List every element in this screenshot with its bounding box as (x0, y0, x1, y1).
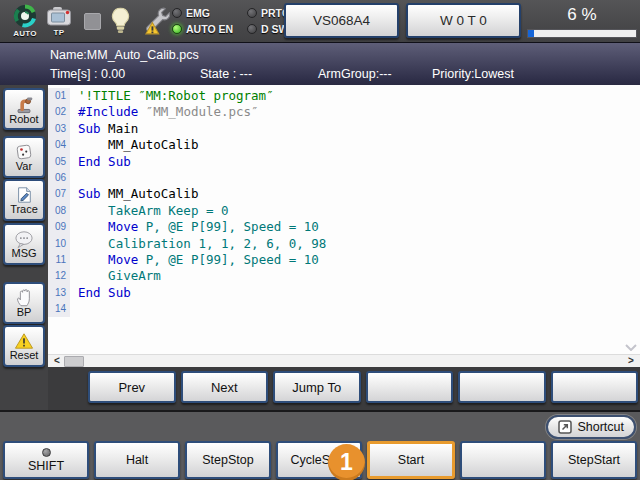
code-line-text: End Sub (70, 285, 131, 301)
nav-button-blank-5[interactable] (551, 371, 639, 403)
code-line[interactable]: 09 Move P, @E P[99], Speed = 10 (48, 219, 640, 235)
code-line[interactable]: 06 (48, 170, 640, 186)
line-number: 10 (48, 236, 70, 252)
prtct-led-icon (247, 8, 257, 18)
code-line[interactable]: 11 Move P, @E P[99], Speed = 10 (48, 252, 640, 268)
auto-en-led-icon (172, 24, 182, 34)
sidebar-item-label: Reset (10, 350, 39, 361)
emg-led-icon (172, 8, 182, 18)
nav-button-row: PrevNextJump To (88, 371, 638, 403)
shift-indicator-dot (42, 448, 51, 457)
bottom-button-label: StepStart (568, 453, 620, 467)
maintenance-warning-icon (140, 6, 170, 40)
line-number: 07 (48, 186, 70, 202)
program-code-editor[interactable]: 01'!TITLE ″MM:Robot program″02#Include ″… (48, 85, 640, 367)
code-line-text: Move P, @E P[99], Speed = 10 (70, 219, 319, 235)
program-armgroup: ArmGroup:--- (318, 67, 392, 81)
code-line[interactable]: 13End Sub (48, 285, 640, 301)
code-line[interactable]: 10 Calibration 1, 1, 2, 6, 0, 98 (48, 236, 640, 252)
bottom-button-shift[interactable]: SHIFT (3, 441, 89, 479)
nav-button-blank-3[interactable] (366, 371, 454, 403)
auto-label: AUTO (13, 29, 37, 38)
bottom-button-label: Start (398, 453, 424, 467)
emg-led-row: EMG (172, 6, 233, 19)
auto-en-led-label: AUTO EN (186, 23, 233, 35)
horizontal-scrollbar[interactable]: < > (48, 354, 640, 367)
inactive-mode-icon (84, 13, 101, 30)
code-line-text: End Sub (70, 154, 131, 170)
trace-document-icon (15, 186, 33, 204)
program-time: Time[s] : 0.00 (50, 67, 125, 81)
code-line-text: #Include ″MM_Module.pcs″ (70, 104, 259, 120)
nav-button-prev[interactable]: Prev (88, 371, 176, 403)
left-toolbar: Robot Var Trace MSG (0, 85, 48, 410)
code-line[interactable]: 08 TakeArm Keep = 0 (48, 203, 640, 219)
emg-led-label: EMG (186, 7, 210, 19)
nav-button-blank-4[interactable] (458, 371, 546, 403)
code-line[interactable]: 01'!TITLE ″MM:Robot program″ (48, 88, 640, 104)
bottom-button-halt[interactable]: Halt (94, 441, 180, 479)
robot-arm-icon (14, 94, 34, 114)
nav-button-jump-to[interactable]: Jump To (273, 371, 361, 403)
sidebar-item-label: Var (16, 161, 32, 172)
sidebar-item-bp[interactable]: BP (3, 282, 45, 324)
nav-button-next[interactable]: Next (181, 371, 269, 403)
dice-icon (15, 143, 33, 161)
editor-nav-strip: PrevNextJump To (48, 367, 640, 410)
bottom-button-stepstart[interactable]: StepStart (551, 441, 637, 479)
message-bubble-icon (14, 230, 34, 248)
scroll-down-chevron-icon[interactable] (625, 344, 637, 351)
sidebar-item-label: BP (17, 307, 32, 318)
bottom-button-label: SHIFT (28, 459, 64, 473)
shortcut-button[interactable]: Shortcut (546, 415, 636, 439)
auto-swirl-icon (13, 4, 37, 28)
bottom-button-label: StepStop (202, 453, 253, 467)
shortcut-label: Shortcut (577, 420, 624, 434)
sidebar-item-reset[interactable]: Reset (3, 325, 45, 367)
line-number: 05 (48, 154, 70, 170)
auto-en-led-row: AUTO EN (172, 22, 233, 35)
shortcut-arrow-icon (558, 420, 572, 434)
bottom-button-stepstop[interactable]: StepStop (185, 441, 271, 479)
line-number: 13 (48, 285, 70, 301)
line-number: 03 (48, 121, 70, 137)
sidebar-item-var[interactable]: Var (3, 136, 45, 178)
line-number: 09 (48, 219, 70, 235)
scrollbar-thumb[interactable] (64, 356, 84, 367)
tp-label: TP (54, 28, 65, 37)
speed-percent-text: 6 % (527, 2, 637, 27)
code-line-text (70, 170, 78, 186)
auto-mode-icon: AUTO (11, 4, 39, 38)
code-line[interactable]: 07Sub MM_AutoCalib (48, 186, 640, 202)
code-line-text (70, 301, 78, 317)
bottom-button-start[interactable]: Start (367, 441, 455, 479)
bottom-button-label: Halt (126, 453, 148, 467)
line-number: 02 (48, 104, 70, 120)
sidebar-item-trace[interactable]: Trace (3, 179, 45, 221)
click-annotation-badge: 1 (328, 444, 365, 480)
line-number: 04 (48, 137, 70, 153)
bottom-button-blank[interactable] (460, 441, 546, 479)
code-line[interactable]: 05End Sub (48, 154, 640, 170)
reset-warning-icon (14, 332, 34, 350)
code-line[interactable]: 12 GiveArm (48, 268, 640, 284)
work-tool-button[interactable]: W 0 T 0 (406, 3, 521, 38)
program-priority: Priority:Lowest (432, 67, 514, 81)
code-line[interactable]: 04 MM_AutoCalib (48, 137, 640, 153)
sidebar-item-msg[interactable]: MSG (3, 223, 45, 265)
code-line-text: Sub MM_AutoCalib (70, 186, 198, 202)
robot-type-button[interactable]: VS068A4 (284, 3, 399, 38)
led-column-1: EMG AUTO EN (172, 6, 233, 35)
bottom-control-area: Shortcut SHIFTHaltStepStopCycleStopStart… (0, 410, 640, 480)
code-line[interactable]: 14 (48, 301, 640, 317)
code-line[interactable]: 02#Include ″MM_Module.pcs″ (48, 104, 640, 120)
line-number: 01 (48, 88, 70, 104)
program-info-header: Name:MM_Auto_Calib.pcs Time[s] : 0.00 St… (0, 42, 640, 85)
sidebar-item-robot[interactable]: Robot (3, 88, 45, 130)
dsw-led-icon (247, 24, 257, 34)
line-number: 11 (48, 252, 70, 268)
code-line[interactable]: 03Sub Main (48, 121, 640, 137)
bottom-button-row: SHIFTHaltStepStopCycleStopStartStepStart (3, 441, 637, 479)
code-line-text: Sub Main (70, 121, 138, 137)
sidebar-item-label: Trace (10, 204, 38, 215)
